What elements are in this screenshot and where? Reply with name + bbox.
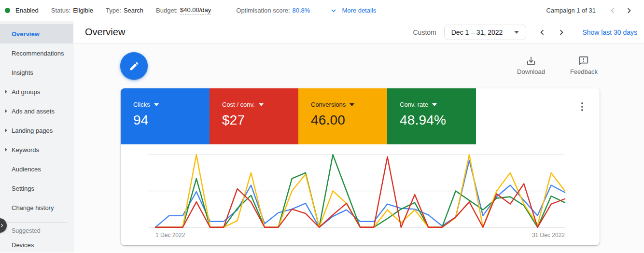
card-actions: Download Feedback (517, 56, 598, 75)
chevron-right-icon (0, 222, 5, 229)
sidebar-item-recommendations[interactable]: Recommendations (0, 43, 73, 63)
sidebar: OverviewRecommendationsInsightsAd groups… (0, 21, 73, 253)
download-label: Download (517, 68, 545, 75)
sidebar-item-label: Ad groups (12, 88, 40, 96)
type-label: Type: (106, 7, 121, 14)
dropdown-caret-icon (432, 103, 437, 106)
feedback-label: Feedback (570, 68, 598, 75)
metric-card-clicks: Clicks94 (121, 88, 210, 144)
metric-selector-clicks[interactable]: Clicks (133, 101, 159, 108)
metric-card-cost-conv: Cost / conv.$27 (210, 88, 298, 144)
optimisation-score-field: Optimisation score: 80.8% (236, 7, 310, 14)
sidebar-item-devices[interactable]: Devices (0, 235, 73, 253)
next-campaign-button[interactable] (621, 2, 637, 19)
chevron-right-icon (624, 5, 634, 16)
budget-field: Budget: $40.00/day (156, 6, 211, 14)
sidebar-item-label: Settings (12, 185, 34, 192)
sidebar-item-label: Overview (12, 30, 40, 38)
metric-cards-row: Clicks94Cost / conv.$27Conversions46.00C… (121, 88, 600, 144)
feedback-icon (578, 56, 589, 66)
type-value: Search (124, 7, 143, 14)
metric-label: Clicks (133, 101, 150, 108)
metric-value: 94 (133, 112, 210, 128)
chart-options-kebab-button[interactable] (577, 101, 587, 112)
optimisation-label: Optimisation score: (236, 7, 290, 14)
chevron-left-icon (537, 27, 547, 38)
sidebar-item-change-history[interactable]: Change history (0, 198, 73, 217)
more-details-button[interactable]: More details (329, 6, 376, 15)
kebab-dot (581, 109, 583, 111)
sidebar-item-insights[interactable]: Insights (0, 63, 73, 82)
sidebar-item-ads-and-assets[interactable]: Ads and assets (0, 101, 73, 121)
metric-label: Conv. rate (400, 101, 428, 108)
type-field: Type: Search (106, 7, 143, 14)
dropdown-caret-icon (350, 103, 354, 106)
metric-card-conv-rate: Conv. rate48.94% (387, 88, 476, 144)
dropdown-caret-icon (514, 31, 519, 34)
sidebar-item-label: Devices (12, 241, 34, 249)
series-line-cost-conv (155, 157, 565, 227)
metric-label: Cost / conv. (222, 101, 255, 108)
performance-chart-card: Clicks94Cost / conv.$27Conversions46.00C… (121, 88, 600, 245)
chevron-left-icon (607, 5, 618, 16)
campaign-enabled-status[interactable]: Enabled (5, 7, 39, 14)
dropdown-caret-icon (259, 103, 264, 106)
edit-fab-button[interactable] (120, 52, 148, 80)
kebab-dot (581, 106, 583, 108)
sidebar-item-overview[interactable]: Overview (0, 24, 73, 43)
kebab-dot (581, 102, 583, 104)
metric-value: $27 (222, 112, 298, 128)
x-axis-end-label: 31 Dec 2022 (532, 232, 565, 239)
series-line-clicks (155, 160, 565, 227)
download-button[interactable]: Download (517, 56, 545, 75)
sidebar-item-audiences[interactable]: Audiences (0, 159, 73, 179)
metric-selector-cost-conv[interactable]: Cost / conv. (222, 101, 264, 108)
overview-content: Download Feedback Clicks94Cost / conv.$2… (73, 43, 644, 253)
sidebar-item-label: Ads and assets (12, 108, 55, 115)
status-label: Status: (51, 7, 70, 14)
page-header: Overview Custom Dec 1 – 31, 2022 Show la… (73, 21, 644, 43)
sidebar-item-settings[interactable]: Settings (0, 179, 73, 198)
expand-arrow-icon (5, 109, 7, 113)
expand-arrow-icon (5, 90, 7, 94)
google-ads-campaign-page: Enabled Status: Eligible Type: Search Bu… (0, 0, 644, 253)
page-title: Overview (85, 27, 125, 38)
sidebar-item-landing-pages[interactable]: Landing pages (0, 121, 73, 140)
expand-arrow-icon (5, 148, 7, 152)
sidebar-item-keywords[interactable]: Keywords (0, 140, 73, 159)
sidebar-item-label: Change history (12, 204, 54, 211)
date-range-controls: Custom Dec 1 – 31, 2022 Show last 30 day… (413, 24, 638, 41)
sidebar-item-label: Keywords (12, 146, 39, 154)
date-range-type-label: Custom (413, 28, 436, 36)
dropdown-caret-icon (154, 103, 159, 106)
status-field: Status: Eligible (51, 7, 93, 14)
metric-card-conversions: Conversions46.00 (298, 88, 387, 144)
metric-label: Conversions (311, 101, 346, 108)
previous-period-button[interactable] (534, 24, 550, 41)
sidebar-item-label: Audiences (12, 166, 41, 173)
chevron-right-icon (556, 27, 567, 38)
sidebar-item-label: Recommendations (12, 50, 64, 57)
chevron-down-icon (329, 6, 338, 15)
next-period-button[interactable] (553, 24, 570, 41)
status-dot-icon (5, 8, 10, 13)
feedback-button[interactable]: Feedback (570, 56, 598, 75)
main-panel: Overview Custom Dec 1 – 31, 2022 Show la… (73, 21, 644, 253)
optimisation-value: 80.8% (293, 7, 310, 14)
budget-value[interactable]: $40.00/day (180, 6, 211, 14)
metric-selector-conversions[interactable]: Conversions (311, 101, 354, 108)
previous-campaign-button[interactable] (604, 2, 621, 19)
campaign-status-bar: Enabled Status: Eligible Type: Search Bu… (0, 0, 644, 21)
metric-value: 46.00 (311, 112, 387, 128)
sidebar-item-label: Insights (12, 69, 33, 76)
sidebar-item-ad-groups[interactable]: Ad groups (0, 82, 73, 101)
pencil-icon (129, 61, 140, 71)
enabled-label: Enabled (15, 7, 39, 14)
sidebar-suggested-items: Devices (0, 235, 73, 253)
date-range-value: Dec 1 – 31, 2022 (451, 28, 503, 36)
metric-value: 48.94% (400, 112, 476, 128)
metric-selector-conv-rate[interactable]: Conv. rate (400, 101, 437, 108)
show-last-30-days-link[interactable]: Show last 30 days (582, 28, 637, 36)
budget-label: Budget: (156, 7, 178, 14)
date-range-picker[interactable]: Dec 1 – 31, 2022 (444, 25, 527, 40)
